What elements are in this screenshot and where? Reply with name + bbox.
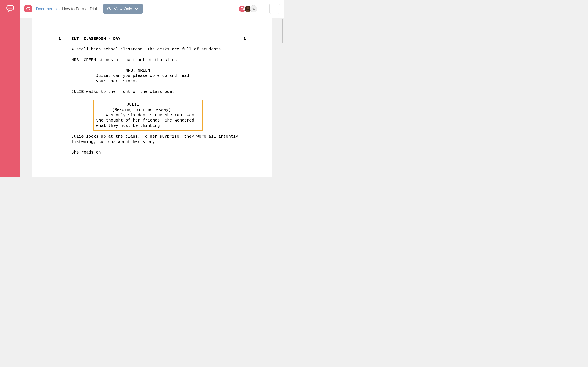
- action-line: A small high school classroom. The desks…: [71, 47, 239, 52]
- svg-point-7: [109, 8, 110, 9]
- character-name: JULIE: [96, 102, 200, 107]
- eye-icon: [107, 7, 111, 10]
- main-area: Documents › How to Format Dial.. View On…: [20, 0, 284, 177]
- chat-icon: [240, 7, 244, 11]
- document-badge[interactable]: [25, 5, 32, 12]
- breadcrumb: Documents › How to Format Dial..: [36, 7, 99, 11]
- more-options-button[interactable]: ○ ○ ○: [269, 4, 280, 14]
- breadcrumb-documents[interactable]: Documents: [36, 7, 57, 11]
- action-line: Julie looks up at the class. To her surp…: [71, 134, 239, 145]
- view-only-button[interactable]: View Only: [103, 4, 143, 14]
- svg-rect-8: [241, 8, 243, 10]
- svg-point-12: [253, 8, 254, 9]
- scene-number-right: 1: [238, 36, 246, 42]
- toolbar: Documents › How to Format Dial.. View On…: [20, 0, 284, 18]
- action-line: She reads on.: [71, 150, 239, 155]
- svg-rect-0: [7, 5, 14, 10]
- screenplay-page: 1 INT. CLASSROOM - DAY 1 A small high sc…: [32, 18, 272, 177]
- scene-heading-text: INT. CLASSROOM - DAY: [71, 36, 238, 42]
- chevron-down-icon: [135, 7, 139, 10]
- action-line: MRS. GREEN stands at the front of the cl…: [71, 57, 239, 63]
- svg-point-11: [247, 7, 249, 9]
- dialogue-line: Julie, can you please come up and read y…: [71, 73, 192, 84]
- breadcrumb-current: How to Format Dial..: [62, 7, 99, 11]
- parenthetical: (Reading from her essay): [96, 107, 200, 113]
- content-area: 1 INT. CLASSROOM - DAY 1 A small high sc…: [20, 18, 284, 177]
- scrollbar[interactable]: [282, 19, 283, 43]
- app-logo-icon: [5, 3, 15, 13]
- ellipsis-icon: ○ ○ ○: [272, 8, 278, 10]
- scene-number-left: 1: [58, 36, 71, 42]
- dialogue-line: "It was only six days since she ran away…: [96, 113, 198, 128]
- left-sidebar: [0, 0, 20, 177]
- character-name: MRS. GREEN: [71, 68, 246, 73]
- person-add-icon: [252, 7, 255, 10]
- app-container: Documents › How to Format Dial.. View On…: [0, 0, 284, 177]
- view-only-label: View Only: [114, 7, 132, 11]
- highlighted-dialogue-block: JULIE (Reading from her essay) "It was o…: [93, 100, 203, 131]
- svg-rect-3: [26, 7, 30, 10]
- chat-icon: [26, 7, 30, 11]
- chevron-right-icon: ›: [59, 7, 60, 11]
- dialogue-block: MRS. GREEN Julie, can you please come up…: [71, 68, 246, 84]
- action-line: JULIE walks to the front of the classroo…: [71, 89, 239, 94]
- avatar-add[interactable]: [250, 5, 257, 12]
- collaborator-avatars: [240, 5, 257, 12]
- scene-heading: 1 INT. CLASSROOM - DAY 1: [58, 36, 246, 42]
